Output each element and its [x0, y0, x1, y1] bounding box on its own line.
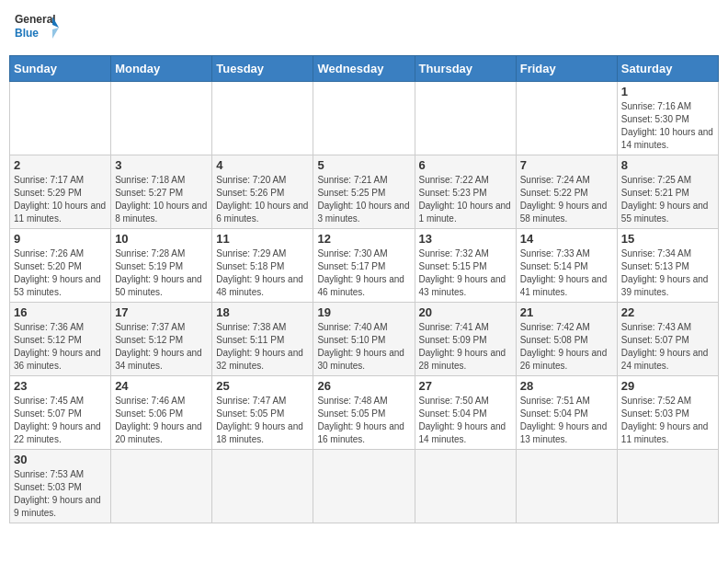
- day-number: 15: [621, 232, 714, 246]
- day-number: 3: [115, 158, 208, 172]
- calendar-cell: 12Sunrise: 7:30 AMSunset: 5:17 PMDayligh…: [313, 229, 415, 303]
- day-info: Sunrise: 7:51 AMSunset: 5:04 PMDaylight:…: [520, 395, 613, 446]
- day-info: Sunrise: 7:29 AMSunset: 5:18 PMDaylight:…: [216, 247, 309, 299]
- day-header-sunday: Sunday: [10, 56, 111, 82]
- day-header-thursday: Thursday: [415, 56, 516, 82]
- day-number: 21: [520, 305, 613, 319]
- calendar-table: SundayMondayTuesdayWednesdayThursdayFrid…: [9, 55, 719, 523]
- day-number: 28: [520, 379, 613, 393]
- calendar-cell: [313, 82, 415, 155]
- day-number: 12: [317, 232, 410, 246]
- day-info: Sunrise: 7:16 AMSunset: 5:30 PMDaylight:…: [621, 100, 714, 152]
- day-info: Sunrise: 7:47 AMSunset: 5:05 PMDaylight:…: [216, 395, 309, 446]
- logo: General Blue: [13, 9, 59, 48]
- day-info: Sunrise: 7:34 AMSunset: 5:13 PMDaylight:…: [621, 247, 714, 299]
- day-info: Sunrise: 7:40 AMSunset: 5:10 PMDaylight:…: [317, 321, 410, 373]
- calendar-cell: 9Sunrise: 7:26 AMSunset: 5:20 PMDaylight…: [10, 229, 111, 303]
- day-number: 29: [621, 379, 714, 393]
- day-number: 5: [317, 158, 410, 172]
- calendar-cell: 28Sunrise: 7:51 AMSunset: 5:04 PMDayligh…: [516, 376, 617, 450]
- day-header-friday: Friday: [516, 56, 617, 82]
- day-info: Sunrise: 7:41 AMSunset: 5:09 PMDaylight:…: [419, 321, 512, 373]
- day-number: 14: [520, 232, 613, 246]
- day-info: Sunrise: 7:26 AMSunset: 5:20 PMDaylight:…: [14, 247, 107, 299]
- calendar-cell: 5Sunrise: 7:21 AMSunset: 5:25 PMDaylight…: [313, 155, 415, 229]
- day-info: Sunrise: 7:33 AMSunset: 5:14 PMDaylight:…: [520, 247, 613, 299]
- day-header-saturday: Saturday: [617, 56, 718, 82]
- calendar-cell: [415, 450, 516, 523]
- calendar-cell: 10Sunrise: 7:28 AMSunset: 5:19 PMDayligh…: [111, 229, 212, 303]
- calendar-cell: 11Sunrise: 7:29 AMSunset: 5:18 PMDayligh…: [212, 229, 313, 303]
- calendar-cell: 15Sunrise: 7:34 AMSunset: 5:13 PMDayligh…: [617, 229, 718, 303]
- day-number: 16: [14, 305, 107, 319]
- calendar-cell: 20Sunrise: 7:41 AMSunset: 5:09 PMDayligh…: [415, 303, 516, 376]
- page-header: General Blue: [9, 9, 719, 48]
- day-number: 23: [14, 379, 107, 393]
- calendar-cell: 24Sunrise: 7:46 AMSunset: 5:06 PMDayligh…: [111, 376, 212, 450]
- calendar-cell: [313, 450, 415, 523]
- day-number: 11: [216, 232, 309, 246]
- generalblue-logo-icon: General Blue: [13, 9, 59, 48]
- day-info: Sunrise: 7:53 AMSunset: 5:03 PMDaylight:…: [14, 468, 107, 520]
- day-number: 8: [621, 158, 714, 172]
- calendar-cell: 16Sunrise: 7:36 AMSunset: 5:12 PMDayligh…: [10, 303, 111, 376]
- calendar-cell: [10, 82, 111, 155]
- day-info: Sunrise: 7:18 AMSunset: 5:27 PMDaylight:…: [115, 174, 208, 225]
- day-info: Sunrise: 7:30 AMSunset: 5:17 PMDaylight:…: [317, 247, 410, 299]
- calendar-cell: 3Sunrise: 7:18 AMSunset: 5:27 PMDaylight…: [111, 155, 212, 229]
- day-number: 25: [216, 379, 309, 393]
- day-info: Sunrise: 7:21 AMSunset: 5:25 PMDaylight:…: [317, 174, 410, 225]
- calendar-cell: [415, 82, 516, 155]
- calendar-cell: [111, 450, 212, 523]
- calendar-header: SundayMondayTuesdayWednesdayThursdayFrid…: [10, 56, 719, 82]
- day-header-monday: Monday: [111, 56, 212, 82]
- day-number: 10: [115, 232, 208, 246]
- day-info: Sunrise: 7:20 AMSunset: 5:26 PMDaylight:…: [216, 174, 309, 225]
- day-info: Sunrise: 7:42 AMSunset: 5:08 PMDaylight:…: [520, 321, 613, 373]
- calendar-cell: 7Sunrise: 7:24 AMSunset: 5:22 PMDaylight…: [516, 155, 617, 229]
- day-number: 1: [621, 85, 714, 98]
- calendar-cell: [111, 82, 212, 155]
- day-number: 19: [317, 305, 410, 319]
- calendar-cell: 30Sunrise: 7:53 AMSunset: 5:03 PMDayligh…: [10, 450, 111, 523]
- day-info: Sunrise: 7:28 AMSunset: 5:19 PMDaylight:…: [115, 247, 208, 299]
- calendar-cell: [617, 450, 718, 523]
- calendar-cell: 1Sunrise: 7:16 AMSunset: 5:30 PMDaylight…: [617, 82, 718, 155]
- day-number: 13: [419, 232, 512, 246]
- calendar-cell: 4Sunrise: 7:20 AMSunset: 5:26 PMDaylight…: [212, 155, 313, 229]
- day-info: Sunrise: 7:32 AMSunset: 5:15 PMDaylight:…: [419, 247, 512, 299]
- day-info: Sunrise: 7:38 AMSunset: 5:11 PMDaylight:…: [216, 321, 309, 373]
- day-number: 2: [14, 158, 107, 172]
- day-number: 18: [216, 305, 309, 319]
- day-number: 4: [216, 158, 309, 172]
- svg-text:Blue: Blue: [15, 27, 39, 40]
- day-number: 17: [115, 305, 208, 319]
- day-number: 6: [419, 158, 512, 172]
- calendar-cell: 19Sunrise: 7:40 AMSunset: 5:10 PMDayligh…: [313, 303, 415, 376]
- svg-marker-3: [52, 28, 59, 39]
- day-header-wednesday: Wednesday: [313, 56, 415, 82]
- calendar-cell: 22Sunrise: 7:43 AMSunset: 5:07 PMDayligh…: [617, 303, 718, 376]
- calendar-cell: 17Sunrise: 7:37 AMSunset: 5:12 PMDayligh…: [111, 303, 212, 376]
- day-info: Sunrise: 7:46 AMSunset: 5:06 PMDaylight:…: [115, 395, 208, 446]
- day-header-tuesday: Tuesday: [212, 56, 313, 82]
- day-info: Sunrise: 7:37 AMSunset: 5:12 PMDaylight:…: [115, 321, 208, 373]
- day-number: 24: [115, 379, 208, 393]
- day-number: 26: [317, 379, 410, 393]
- day-info: Sunrise: 7:17 AMSunset: 5:29 PMDaylight:…: [14, 174, 107, 225]
- calendar-cell: 2Sunrise: 7:17 AMSunset: 5:29 PMDaylight…: [10, 155, 111, 229]
- day-number: 20: [419, 305, 512, 319]
- day-number: 9: [14, 232, 107, 246]
- calendar-cell: 27Sunrise: 7:50 AMSunset: 5:04 PMDayligh…: [415, 376, 516, 450]
- calendar-cell: [516, 450, 617, 523]
- calendar-cell: 8Sunrise: 7:25 AMSunset: 5:21 PMDaylight…: [617, 155, 718, 229]
- calendar-cell: 25Sunrise: 7:47 AMSunset: 5:05 PMDayligh…: [212, 376, 313, 450]
- day-info: Sunrise: 7:52 AMSunset: 5:03 PMDaylight:…: [621, 395, 714, 446]
- calendar-cell: 21Sunrise: 7:42 AMSunset: 5:08 PMDayligh…: [516, 303, 617, 376]
- day-info: Sunrise: 7:22 AMSunset: 5:23 PMDaylight:…: [419, 174, 512, 225]
- calendar-cell: 26Sunrise: 7:48 AMSunset: 5:05 PMDayligh…: [313, 376, 415, 450]
- day-info: Sunrise: 7:50 AMSunset: 5:04 PMDaylight:…: [419, 395, 512, 446]
- calendar-cell: 13Sunrise: 7:32 AMSunset: 5:15 PMDayligh…: [415, 229, 516, 303]
- day-number: 7: [520, 158, 613, 172]
- calendar-cell: [212, 82, 313, 155]
